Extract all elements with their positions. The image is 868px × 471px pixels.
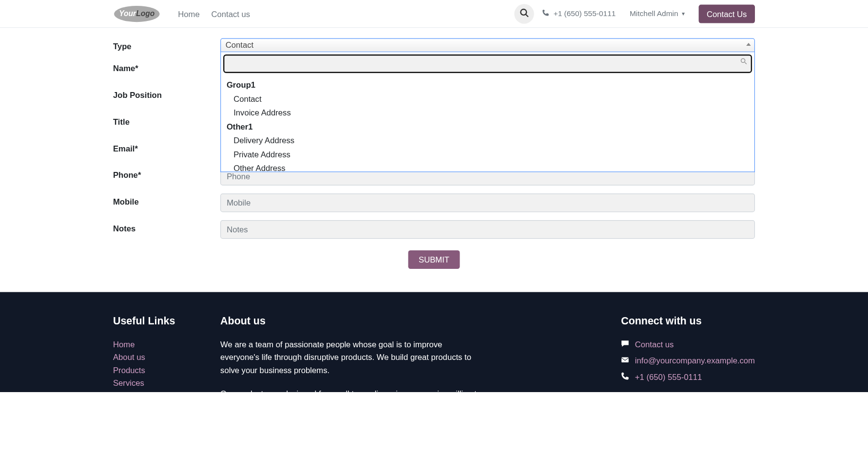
svg-point-2: [521, 9, 526, 15]
svg-line-3: [526, 15, 528, 17]
nav-phone-text: +1 (650) 555-0111: [554, 9, 616, 18]
submit-button[interactable]: SUBMIT: [408, 250, 460, 269]
phone-icon: [542, 9, 554, 18]
notes-input[interactable]: [220, 220, 755, 239]
chat-icon: [621, 339, 635, 349]
form-area: Type Contact Group1ContactInvoice Addres…: [0, 28, 868, 292]
svg-text:YourLogo: YourLogo: [119, 9, 155, 18]
footer-link[interactable]: Services: [113, 377, 220, 390]
type-group-label: Group1: [221, 77, 754, 92]
footer-link[interactable]: Legal: [113, 390, 220, 392]
label-job: Job Position: [113, 87, 220, 99]
svg-line-5: [745, 62, 747, 64]
top-nav: YourLogo Home Contact us +1 (650) 555-01…: [0, 0, 868, 28]
footer-about-p2: Our products are designed for small to m…: [220, 387, 481, 392]
type-group-label: Other1: [221, 119, 754, 133]
type-option[interactable]: Invoice Address: [221, 106, 754, 120]
type-option[interactable]: Private Address: [221, 147, 754, 161]
mail-icon: [621, 356, 635, 366]
footer-link[interactable]: Home: [113, 338, 220, 351]
search-icon: [519, 8, 528, 19]
nav-contact-us[interactable]: Contact us: [206, 9, 256, 18]
footer-link[interactable]: About us: [113, 351, 220, 364]
type-option[interactable]: Delivery Address: [221, 133, 754, 148]
label-mobile: Mobile: [113, 193, 220, 206]
mobile-input[interactable]: [220, 193, 755, 212]
type-option[interactable]: Contact: [221, 92, 754, 106]
nav-user-menu[interactable]: Mitchell Admin ▾: [630, 9, 685, 18]
nav-home[interactable]: Home: [172, 9, 205, 18]
footer-phone-link[interactable]: +1 (650) 555-0111: [635, 371, 702, 384]
label-email: Email*: [113, 140, 220, 153]
label-name: Name*: [113, 60, 220, 73]
svg-rect-6: [621, 358, 629, 362]
caret-down-icon: ▾: [682, 10, 685, 17]
logo[interactable]: YourLogo: [113, 4, 161, 23]
type-results: Group1ContactInvoice AddressOther1Delive…: [221, 75, 754, 171]
footer-about-p1: We are a team of passionate people whose…: [220, 338, 481, 377]
footer: Useful Links HomeAbout usProductsService…: [0, 292, 868, 392]
type-search-input[interactable]: [223, 55, 752, 73]
label-type: Type: [113, 38, 220, 51]
label-phone: Phone*: [113, 167, 220, 180]
type-dropdown: Group1ContactInvoice AddressOther1Delive…: [220, 52, 755, 172]
nav-phone: +1 (650) 555-0111: [542, 9, 616, 18]
footer-connect-heading: Connect with us: [621, 315, 755, 327]
type-selected-value: Contact: [226, 40, 253, 49]
search-icon: [740, 58, 747, 67]
footer-useful-links-heading: Useful Links: [113, 315, 220, 327]
search-button[interactable]: [514, 4, 534, 23]
chevron-up-icon: [746, 43, 751, 46]
contact-us-button[interactable]: Contact Us: [698, 4, 755, 23]
nav-user-name: Mitchell Admin: [630, 9, 678, 18]
type-option[interactable]: Other Address: [221, 161, 754, 171]
phone-icon: [621, 372, 635, 382]
label-title: Title: [113, 113, 220, 126]
footer-link[interactable]: Products: [113, 364, 220, 377]
svg-point-4: [741, 58, 745, 62]
footer-about-heading: About us: [220, 315, 481, 327]
footer-email-link[interactable]: info@yourcompany.example.com: [635, 354, 755, 367]
label-notes: Notes: [113, 220, 220, 233]
footer-contact-link[interactable]: Contact us: [635, 338, 674, 351]
type-select[interactable]: Contact: [220, 38, 755, 53]
